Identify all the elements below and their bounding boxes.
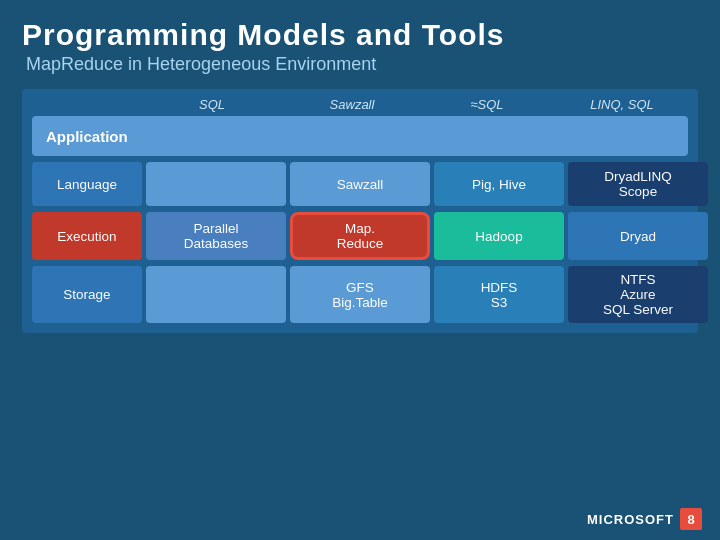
- footer: MICROSOFT 8: [587, 508, 702, 530]
- storage-row: Storage GFSBig.Table HDFSS3 NTFSAzureSQL…: [32, 266, 688, 323]
- execution-dryad: Dryad: [568, 212, 708, 260]
- col-header-sql: SQL: [142, 97, 282, 112]
- execution-label: Execution: [32, 212, 142, 260]
- table-container: SQL Sawzall ≈SQL LINQ, SQL Application L…: [22, 89, 698, 333]
- storage-ntfs: NTFSAzureSQL Server: [568, 266, 708, 323]
- footer-logo: MICROSOFT: [587, 512, 674, 527]
- storage-col1: [146, 266, 286, 323]
- slide: Programming Models and Tools MapReduce i…: [0, 0, 720, 540]
- storage-label: Storage: [32, 266, 142, 323]
- language-col1: [146, 162, 286, 206]
- language-sawzall: Sawzall: [290, 162, 430, 206]
- slide-subtitle: MapReduce in Heterogeneous Environment: [22, 54, 698, 75]
- language-pig-hive: Pig, Hive: [434, 162, 564, 206]
- col-headers: SQL Sawzall ≈SQL LINQ, SQL: [32, 97, 688, 112]
- storage-gfs: GFSBig.Table: [290, 266, 430, 323]
- storage-hdfs: HDFSS3: [434, 266, 564, 323]
- application-cell: Application: [32, 116, 688, 156]
- application-row: Application: [32, 116, 688, 156]
- execution-parallel-db: ParallelDatabases: [146, 212, 286, 260]
- footer-page-number: 8: [680, 508, 702, 530]
- language-label: Language: [32, 162, 142, 206]
- table-rows: Application Language Sawzall Pig, Hive D…: [32, 116, 688, 323]
- execution-row: Execution ParallelDatabases Map.Reduce H…: [32, 212, 688, 260]
- execution-mapreduce: Map.Reduce: [290, 212, 430, 260]
- col-header-approxsql: ≈SQL: [422, 97, 552, 112]
- language-dryad-linq: DryadLINQScope: [568, 162, 708, 206]
- slide-title: Programming Models and Tools: [22, 18, 698, 52]
- execution-hadoop: Hadoop: [434, 212, 564, 260]
- language-row: Language Sawzall Pig, Hive DryadLINQScop…: [32, 162, 688, 206]
- col-header-linq: LINQ, SQL: [552, 97, 692, 112]
- col-header-sawzall: Sawzall: [282, 97, 422, 112]
